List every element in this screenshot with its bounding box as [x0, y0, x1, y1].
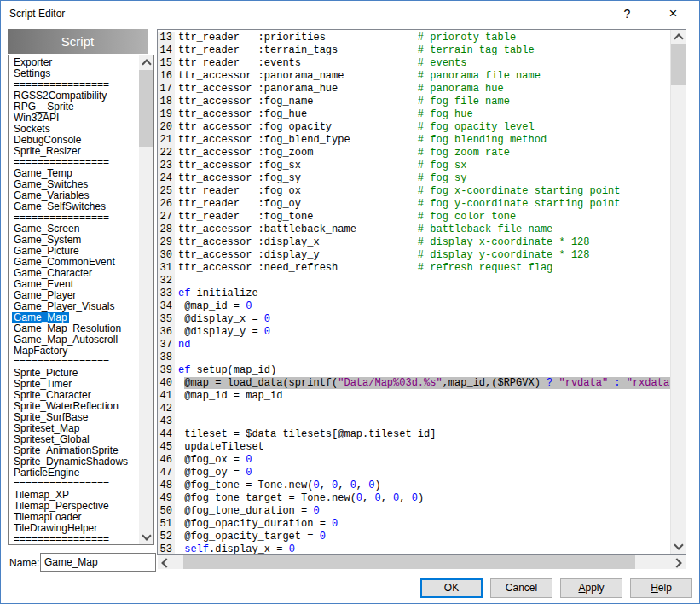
- line-number: 31: [158, 262, 175, 275]
- line-number: 15: [158, 57, 175, 70]
- code-line: 18ttr_accessor :fog_name # fog file name: [158, 96, 671, 108]
- line-number: 23: [158, 160, 175, 172]
- code-line: 14ttr_reader :terrain_tags # terrain tag…: [158, 44, 671, 57]
- line-number: 46: [158, 454, 175, 467]
- scrollbar-thumb[interactable]: [671, 44, 686, 85]
- chevron-up-icon: [674, 33, 683, 43]
- code-line: 31ttr_accessor :need_refresh # refresh r…: [158, 262, 671, 275]
- chevron-down-icon: [142, 531, 151, 540]
- line-number: 48: [158, 479, 175, 492]
- line-number: 53: [158, 543, 175, 554]
- code-area[interactable]: 13ttr_reader :priorities # prioroty tabl…: [158, 32, 671, 554]
- scroll-up-button[interactable]: [671, 30, 686, 44]
- code-line: 16ttr_accessor :panorama_name # panorama…: [158, 70, 671, 83]
- editor-horizontal-scrollbar[interactable]: [158, 555, 686, 569]
- apply-button[interactable]: Apply: [560, 578, 622, 598]
- code-line: 27ttr_reader :fog_tone # fog color tone: [158, 211, 671, 224]
- scroll-right-button[interactable]: [671, 555, 686, 569]
- code-line: 49 @fog_tone_target = Tone.new(0, 0, 0, …: [158, 492, 671, 505]
- help-button[interactable]: Help: [630, 578, 692, 598]
- code-line: 19ttr_accessor :fog_hue # fog hue: [158, 108, 671, 121]
- code-line: 52 @fog_opacity_target = 0: [158, 531, 671, 543]
- scrollbar-thumb[interactable]: [183, 555, 635, 569]
- code-line: 32: [158, 275, 671, 287]
- code-line: 45 updateTileset: [158, 441, 671, 454]
- script-list-item[interactable]: ================: [9, 534, 139, 545]
- line-number: 25: [158, 185, 175, 198]
- code-line: 51 @fog_opacity_duration = 0: [158, 518, 671, 531]
- line-number: 43: [158, 415, 175, 428]
- script-list-item-label: ================: [12, 534, 111, 545]
- editor-vertical-scrollbar[interactable]: [670, 30, 686, 554]
- chevron-down-icon: [674, 540, 683, 549]
- name-input[interactable]: [40, 553, 156, 572]
- script-editor-dialog: Script Editor ? × Script ExporterSetting…: [0, 0, 700, 604]
- line-number: 49: [158, 492, 175, 505]
- selected-code: @map = load_data(sprintf("Data/Map%03d.%…: [184, 377, 671, 389]
- code-line: 44 tileset = $data_tilesets[@map.tileset…: [158, 428, 671, 441]
- title-bar[interactable]: Script Editor ? ×: [1, 1, 699, 28]
- code-line: 42: [158, 403, 671, 415]
- line-number: 36: [158, 326, 175, 339]
- code-line: 26ttr_reader :fog_oy # fog y-coordinate …: [158, 198, 671, 211]
- chevron-right-icon: [672, 558, 681, 567]
- line-number: 32: [158, 275, 175, 287]
- line-number: 33: [158, 287, 175, 300]
- line-number: 42: [158, 403, 175, 415]
- line-number: 50: [158, 505, 175, 518]
- code-line: 28ttr_accessor :battleback_name # battle…: [158, 224, 671, 236]
- line-number: 16: [158, 70, 175, 83]
- code-line: 37nd: [158, 339, 671, 351]
- line-number: 30: [158, 249, 175, 262]
- line-number: 29: [158, 236, 175, 249]
- scroll-up-button[interactable]: [139, 55, 153, 70]
- script-list-scrollbar[interactable]: [139, 55, 153, 544]
- code-line: 25ttr_reader :fog_ox # fog x-coordinate …: [158, 185, 671, 198]
- line-number: 17: [158, 83, 175, 96]
- ok-button[interactable]: OK: [420, 578, 483, 598]
- code-line: 41 @map_id = map_id: [158, 390, 671, 403]
- line-number: 26: [158, 198, 175, 211]
- scroll-left-button[interactable]: [158, 555, 172, 569]
- line-number: 22: [158, 147, 175, 160]
- chevron-left-icon: [161, 558, 171, 567]
- line-number: 20: [158, 121, 175, 134]
- cancel-button[interactable]: Cancel: [490, 578, 552, 598]
- code-line: 35 @display_x = 0: [158, 313, 671, 326]
- line-number: 34: [158, 300, 175, 313]
- code-line: 36 @display_y = 0: [158, 326, 671, 339]
- line-number: 47: [158, 467, 175, 479]
- line-number: 52: [158, 531, 175, 543]
- line-number: 40: [158, 377, 175, 390]
- code-line: 34 @map_id = 0: [158, 300, 671, 313]
- code-line: 40 @map = load_data(sprintf("Data/Map%03…: [158, 377, 671, 390]
- scroll-down-button[interactable]: [139, 530, 153, 544]
- line-number: 18: [158, 96, 175, 108]
- code-line: 29ttr_accessor :display_x # display x-co…: [158, 236, 671, 249]
- line-number: 35: [158, 313, 175, 326]
- line-number: 39: [158, 364, 175, 377]
- code-line: 47 @fog_oy = 0: [158, 467, 671, 479]
- chevron-up-icon: [142, 59, 151, 68]
- code-line: 43: [158, 415, 671, 428]
- help-icon[interactable]: ?: [608, 1, 646, 26]
- close-icon[interactable]: ×: [654, 1, 692, 26]
- code-line: 15ttr_reader :events # events: [158, 57, 671, 70]
- code-line: 22ttr_accessor :fog_zoom # fog zoom rate: [158, 147, 671, 160]
- code-line: 13ttr_reader :priorities # prioroty tabl…: [158, 32, 671, 44]
- line-number: 45: [158, 441, 175, 454]
- line-number: 24: [158, 172, 175, 185]
- code-editor[interactable]: 13ttr_reader :priorities # prioroty tabl…: [157, 29, 686, 555]
- line-number: 14: [158, 44, 175, 57]
- scroll-down-button[interactable]: [671, 539, 686, 554]
- script-list[interactable]: ExporterSettings================RGSS2Com…: [8, 55, 154, 545]
- line-number: 41: [158, 390, 175, 403]
- scrollbar-thumb[interactable]: [139, 70, 153, 147]
- window-title: Script Editor: [9, 8, 65, 20]
- code-line: 33ef initialize: [158, 287, 671, 300]
- line-number: 19: [158, 108, 175, 121]
- code-line: 21ttr_accessor :fog_blend_type # fog ble…: [158, 134, 671, 147]
- script-panel-header: Script: [8, 29, 148, 54]
- code-line: 39ef setup(map_id): [158, 364, 671, 377]
- line-number: 38: [158, 351, 175, 364]
